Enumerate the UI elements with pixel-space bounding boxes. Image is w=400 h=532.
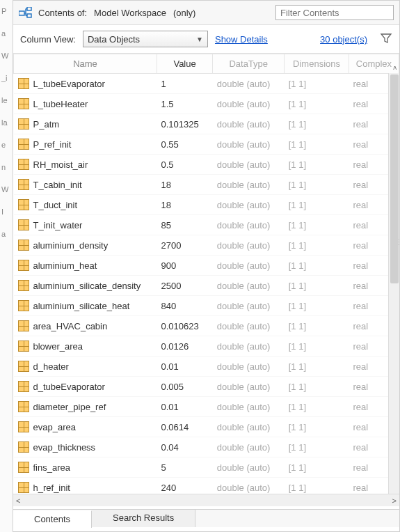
table-row[interactable]: L_tubeEvaporator1double (auto)[1 1]real (14, 74, 399, 94)
row-dimensions: [1 1] (285, 74, 349, 94)
row-datatype: double (auto) (213, 457, 285, 478)
table-row[interactable]: aluminium_silicate_density2500double (au… (14, 276, 399, 296)
table-row[interactable]: aluminium_density2700double (auto)[1 1]r… (14, 235, 399, 256)
table-row[interactable]: aluminium_silicate_heat840double (auto)[… (14, 296, 399, 316)
table-row[interactable]: T_duct_init18double (auto)[1 1]real (14, 195, 399, 215)
column-view-label: Column View: (20, 34, 76, 45)
variable-icon (18, 341, 29, 352)
row-value: 0.01 (157, 357, 212, 377)
variable-icon (18, 441, 29, 453)
variable-icon (18, 159, 29, 170)
variable-icon (18, 421, 29, 432)
variable-icon (18, 78, 29, 89)
row-datatype: double (auto) (213, 397, 285, 417)
tab-search-results[interactable]: Search Results (92, 510, 195, 527)
scroll-down-arrow-icon[interactable] (389, 494, 399, 505)
table-row[interactable]: L_tubeHeater1.5double (auto)[1 1]real (14, 94, 399, 114)
filter-funnel-icon[interactable] (380, 32, 392, 47)
row-dimensions: [1 1] (285, 235, 349, 256)
tab-contents[interactable]: Contents (13, 510, 92, 528)
object-count-link[interactable]: 30 object(s) (320, 34, 367, 45)
table-row[interactable]: P_atm0.101325double (auto)[1 1]real (14, 114, 399, 134)
variable-icon (18, 320, 29, 331)
model-explorer-panel: Contents of: Model Workspace (only) Colu… (13, 0, 400, 532)
table-row[interactable]: RH_moist_air0.5double (auto)[1 1]real (14, 155, 399, 175)
variable-icon (18, 139, 29, 150)
row-dimensions: [1 1] (285, 155, 349, 175)
row-dimensions: [1 1] (285, 296, 349, 316)
dropdown-value: Data Objects (88, 34, 140, 45)
variable-icon (18, 260, 29, 271)
show-details-link[interactable]: Show Details (215, 34, 268, 45)
chevron-down-icon: ▼ (196, 36, 203, 43)
row-value: 2500 (157, 276, 212, 296)
table-row[interactable]: aluminium_heat900double (auto)[1 1]real (14, 256, 399, 276)
table-row[interactable]: blower_area0.0126double (auto)[1 1]real (14, 336, 399, 357)
row-value: 0.04 (157, 437, 212, 457)
table-row[interactable]: diameter_pipe_ref0.01double (auto)[1 1]r… (14, 397, 399, 417)
row-datatype: double (auto) (213, 437, 285, 457)
contents-header: Contents of: Model Workspace (only) (13, 1, 399, 25)
table-row[interactable]: h_ref_init240double (auto)[1 1]real (14, 478, 399, 494)
row-datatype: double (auto) (213, 417, 285, 437)
row-name: diameter_pipe_ref (33, 402, 106, 412)
col-header-value[interactable]: Value (157, 54, 212, 74)
table-row[interactable]: d_tubeEvaporator0.005double (auto)[1 1]r… (14, 377, 399, 397)
row-name: d_heater (33, 361, 69, 372)
row-value: 1.5 (157, 94, 212, 114)
scroll-up-arrow-icon[interactable]: ʌ (389, 62, 399, 73)
table-row[interactable]: area_HVAC_cabin0.010623double (auto)[1 1… (14, 316, 399, 336)
variable-icon (18, 118, 29, 130)
scroll-left-arrow-icon[interactable]: < (16, 496, 20, 505)
row-dimensions: [1 1] (285, 336, 349, 357)
table-row[interactable]: P_ref_init0.55double (auto)[1 1]real (14, 134, 399, 155)
filter-contents-input[interactable] (275, 5, 394, 20)
table-scroll-area[interactable]: Name Value DataType Dimensions Complex L… (13, 54, 399, 494)
resize-grip-icon[interactable]: ⋮ (395, 241, 399, 244)
svg-rect-2 (27, 14, 31, 17)
col-header-datatype[interactable]: DataType (213, 54, 285, 74)
variable-icon (18, 240, 29, 251)
table-row[interactable]: T_init_water85double (auto)[1 1]real (14, 215, 399, 235)
column-view-dropdown[interactable]: Data Objects ▼ (83, 31, 208, 47)
row-name: T_init_water (33, 220, 83, 230)
row-value: 240 (157, 478, 212, 494)
row-dimensions: [1 1] (285, 417, 349, 437)
row-name: P_ref_init (33, 139, 72, 150)
col-header-dimensions[interactable]: Dimensions (285, 54, 349, 74)
scroll-thumb[interactable] (390, 75, 399, 283)
vertical-scrollbar[interactable]: ʌ (388, 73, 399, 494)
table-row[interactable]: fins_area5double (auto)[1 1]real (14, 457, 399, 478)
row-datatype: double (auto) (213, 336, 285, 357)
row-value: 18 (157, 195, 212, 215)
row-dimensions: [1 1] (285, 377, 349, 397)
row-value: 0.0126 (157, 336, 212, 357)
table-row[interactable]: evap_area0.0614double (auto)[1 1]real (14, 417, 399, 437)
row-value: 840 (157, 296, 212, 316)
row-dimensions: [1 1] (285, 437, 349, 457)
row-value: 0.01 (157, 397, 212, 417)
row-name: T_cabin_init (33, 180, 82, 190)
row-datatype: double (auto) (213, 276, 285, 296)
row-name: aluminium_silicate_heat (33, 301, 130, 311)
row-datatype: double (auto) (213, 316, 285, 336)
row-name: h_ref_init (33, 483, 70, 493)
table-row[interactable]: d_heater0.01double (auto)[1 1]real (14, 357, 399, 377)
row-dimensions: [1 1] (285, 215, 349, 235)
row-dimensions: [1 1] (285, 357, 349, 377)
workspace-name: Model Workspace (94, 8, 166, 18)
variable-icon (18, 381, 29, 392)
variable-icon (18, 361, 29, 372)
row-name: T_duct_init (33, 200, 78, 210)
workspace-icon (19, 7, 33, 18)
table-row[interactable]: T_cabin_init18double (auto)[1 1]real (14, 175, 399, 195)
variable-icon (18, 199, 29, 210)
table-row[interactable]: evap_thickness0.04double (auto)[1 1]real (14, 437, 399, 457)
col-header-name[interactable]: Name (14, 54, 157, 74)
docked-panel-strip: PaW_ilelaenWIa (0, 0, 13, 532)
contents-of-label: Contents of: (38, 8, 87, 18)
variable-icon (18, 401, 29, 412)
row-value: 0.101325 (157, 114, 212, 134)
horizontal-scrollbar[interactable]: < > (13, 494, 399, 506)
row-datatype: double (auto) (213, 155, 285, 175)
